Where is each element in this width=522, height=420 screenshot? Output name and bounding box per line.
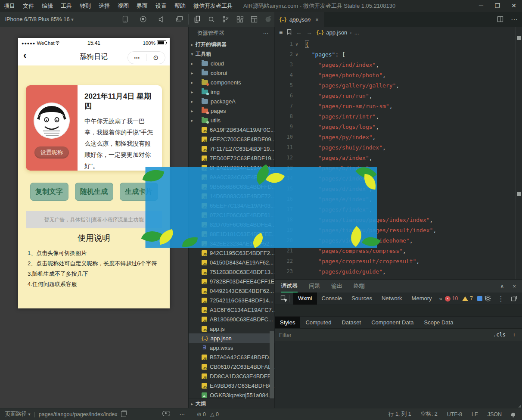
error-badge[interactable]: ×10 [445,296,458,302]
menu-选择[interactable]: 选择 [95,0,114,12]
tree-item[interactable]: JS9782BF03D4FEE4CFF1E... [189,277,274,286]
debugger-tab-输出[interactable]: 输出 [331,280,342,292]
style-tab-component-data[interactable]: Component Data [366,317,419,328]
tree-item[interactable]: JSapp.js [189,324,274,333]
tree-item[interactable]: JS7FD00E72C63E4BDF19... [189,153,274,163]
eye-icon[interactable] [162,411,170,417]
statusbar-more-icon[interactable]: ⋯ [180,411,185,417]
tree-item[interactable]: JSA1C6F6C134AE19AFC7... [189,305,274,314]
statusbar-segment[interactable]: JSON [488,411,502,417]
tab-app-json[interactable]: {..} app.json × [274,12,324,27]
tree-item[interactable]: ▸packageA [189,96,274,106]
statusbar-segment[interactable]: UTF-8 [447,411,462,417]
tree-item[interactable]: ▸img [189,87,274,96]
tree-item[interactable]: JS6A19F2B634AE19AF0C... [189,125,274,134]
search-icon[interactable] [208,16,215,23]
minimize-button[interactable]: ─ [473,0,489,12]
style-tab-dataset[interactable]: Dataset [336,317,366,328]
inspect-element-icon[interactable] [278,295,290,302]
filter-input[interactable]: Filter [279,332,292,338]
devtools-tab-Console[interactable]: Console [317,292,347,305]
phone-button[interactable]: 随机生成 [75,183,113,201]
tree-item[interactable]: {..}app.json [189,333,274,343]
device-icon[interactable] [121,16,129,23]
style-tab-computed[interactable]: Computed [300,317,336,328]
close-button[interactable]: ✕ [506,0,522,12]
tab-close-icon[interactable]: × [315,16,319,23]
code-line[interactable]: 5 "pages/gallery/gallery", [275,80,516,90]
statusbar-segment[interactable]: LF [472,411,478,417]
page-path-dropdown[interactable]: 页面路径 ▾ [5,411,31,418]
tree-section[interactable]: ▾工具箱 [189,49,274,59]
code-line[interactable]: 6 "pages/run/run", [275,90,516,101]
code-line[interactable]: 11 "pages/shuiy/index", [275,142,516,152]
tree-item[interactable]: ▸components [189,78,274,87]
tree-item[interactable]: ▸cloud [189,59,274,68]
menu-视图[interactable]: 视图 [114,0,133,12]
add-style-button[interactable]: + [513,331,516,338]
tree-item[interactable]: JS942C1195C63E4BDFF2... [189,248,274,258]
tree-item[interactable]: JS6FE2C700C63E4BDF09... [189,134,274,144]
tree-item[interactable]: JSCB061072C63E4BDFAD... [189,362,274,371]
tree-item[interactable]: JS7512B3B0C63E4BDF13... [189,267,274,277]
split-editor-icon[interactable] [497,16,504,23]
statusbar-segment[interactable]: 行 1, 列 1 [388,411,411,418]
code-line[interactable]: 1∨{ [275,39,516,49]
bookmark-icon[interactable] [287,29,292,36]
statusbar-segment[interactable]: 空格: 2 [421,411,438,418]
fold-icon[interactable]: ∨ [293,42,301,47]
maximize-button[interactable]: ❐ [489,0,506,12]
copy-icon[interactable] [121,411,126,417]
tree-item[interactable]: JS72542116C63E4BDF14... [189,296,274,305]
tree-item[interactable]: JS7F117E27C63E4BDF19... [189,144,274,153]
extensions-grid-icon[interactable] [236,16,243,23]
code-line[interactable]: 7 "pages/run-sm/run-sm", [275,101,516,111]
back-arrow-icon[interactable]: ← [296,29,302,36]
more-tabs-icon[interactable]: » [439,296,442,302]
avatar[interactable] [34,103,70,139]
tree-item[interactable]: JSDD8CA1D3C63E4BDFB... [189,371,274,381]
capsule-menu-icon[interactable]: ••• [128,56,146,60]
debugger-tab-问题[interactable]: 问题 [309,280,320,292]
phone-button[interactable]: 复制文字 [30,183,68,201]
more-actions-icon[interactable]: ⋯ [511,15,518,23]
bell-icon[interactable] [511,413,515,416]
wxml-tree-area[interactable] [275,305,522,317]
tree-item[interactable]: ▸colorui [189,68,274,78]
fold-icon[interactable]: ∨ [293,52,301,57]
menu-工具[interactable]: 工具 [57,0,76,12]
code-line[interactable]: 8 "pages/intr/intr", [275,111,516,121]
mute-icon[interactable] [158,16,165,23]
devtools-tab-Memory[interactable]: Memory [407,292,437,305]
popout-icon[interactable] [510,295,518,302]
tree-item[interactable]: Ǝapp.wxss [189,343,274,352]
style-tab-styles[interactable]: Styles [275,317,300,328]
list-icon[interactable]: ≡ [279,29,283,36]
outline-section[interactable]: ▸ 大纲 [189,398,274,408]
menu-帮助[interactable]: 帮助 [171,0,190,12]
multi-window-icon[interactable] [176,16,183,23]
tree-item[interactable]: JS04150D8434AE19AF62... [189,258,274,267]
tree-section[interactable]: ▸打开的编辑器 [189,40,274,49]
menu-项目[interactable]: 项目 [0,0,19,12]
explorer-scrollbar[interactable] [270,331,274,408]
devtools-tab-Network[interactable]: Network [377,292,407,305]
tree-item[interactable]: JS04492143C63E4BDF62... [189,286,274,296]
tree-item[interactable]: JSAB130690C63E4BDFC... [189,314,274,324]
code-line[interactable]: 2∨ "pages": [ [275,49,516,59]
capsule-close-icon[interactable]: ⊙ [147,54,165,62]
code-line[interactable]: 3 "pages/ind/index", [275,59,516,70]
menu-文件[interactable]: 文件 [19,0,38,12]
problems-summary[interactable]: ⊘ 0 △ 0 [188,411,288,417]
code-line[interactable]: 4 "pages/photo/photo", [275,70,516,80]
code-line[interactable]: 12 "pages/a/index", [275,152,516,163]
code-line[interactable]: 23 "pages/guide/guide", [275,266,516,277]
collapse-panel-icon[interactable]: ∧ [500,283,504,289]
resize-handle[interactable] [518,404,521,408]
menu-设置[interactable]: 设置 [152,0,171,12]
cls-toggle-button[interactable]: .cls [493,332,506,338]
menu-界面[interactable]: 界面 [133,0,152,12]
assistant-ball-icon[interactable] [264,16,272,23]
menu-编辑[interactable]: 编辑 [38,0,57,12]
code-line[interactable]: 22 "pages/cropresult/cropresult", [275,256,516,266]
